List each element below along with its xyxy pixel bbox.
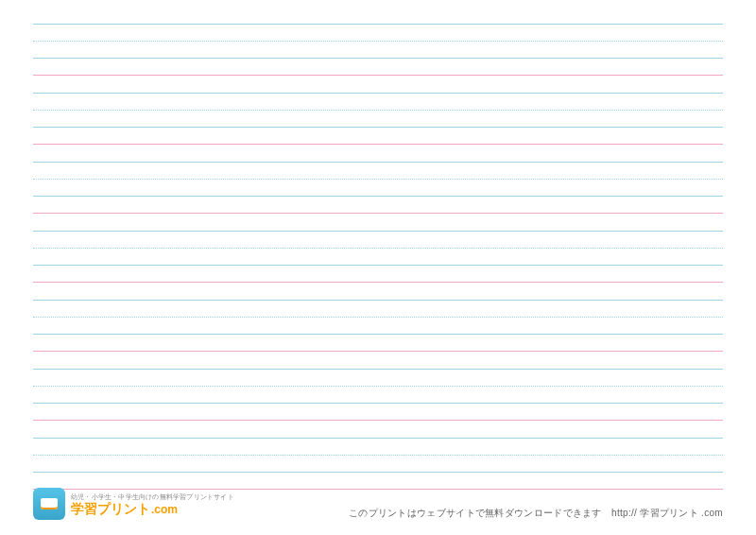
writing-row (33, 438, 723, 489)
solid-blue-line (33, 334, 723, 335)
solid-blue-line (33, 58, 723, 59)
solid-pink-line (33, 282, 723, 283)
writing-row (33, 369, 723, 420)
solid-blue-line (33, 93, 723, 94)
solid-blue-line (33, 24, 723, 25)
brand-block: 幼児・小学生・中学生向けの無料学習プリントサイト 学習プリント .com (33, 488, 234, 520)
dotted-blue-line (33, 179, 723, 180)
solid-pink-line (33, 213, 723, 214)
brand-tagline: 幼児・小学生・中学生向けの無料学習プリントサイト (71, 493, 234, 500)
solid-blue-line (33, 196, 723, 197)
solid-blue-line (33, 472, 723, 473)
solid-blue-line (33, 265, 723, 266)
brand-name-main: 学習プリント (71, 502, 150, 515)
writing-row (33, 93, 723, 144)
solid-pink-line (33, 351, 723, 352)
solid-blue-line (33, 403, 723, 404)
solid-pink-line (33, 144, 723, 145)
solid-pink-line (33, 420, 723, 421)
brand-text: 幼児・小学生・中学生向けの無料学習プリントサイト 学習プリント .com (71, 493, 234, 515)
writing-row (33, 24, 723, 75)
solid-blue-line (33, 369, 723, 370)
solid-pink-line (33, 75, 723, 76)
dotted-blue-line (33, 317, 723, 318)
solid-blue-line (33, 231, 723, 232)
writing-sheet (33, 24, 723, 507)
writing-row (33, 162, 723, 213)
solid-blue-line (33, 127, 723, 128)
brand-logo-icon (33, 488, 65, 520)
writing-row (33, 300, 723, 351)
writing-row (33, 231, 723, 282)
dotted-blue-line (33, 41, 723, 42)
footer-note: このプリントはウェブサイトで無料ダウンロードできます http:// 学習プリン… (349, 507, 723, 520)
dotted-blue-line (33, 248, 723, 249)
solid-blue-line (33, 438, 723, 439)
brand-name-suffix: .com (151, 504, 178, 515)
dotted-blue-line (33, 110, 723, 111)
dotted-blue-line (33, 455, 723, 456)
footer: 幼児・小学生・中学生向けの無料学習プリントサイト 学習プリント .com このプ… (33, 488, 723, 520)
brand-name: 学習プリント .com (71, 502, 234, 515)
solid-blue-line (33, 300, 723, 301)
dotted-blue-line (33, 386, 723, 387)
solid-blue-line (33, 162, 723, 163)
